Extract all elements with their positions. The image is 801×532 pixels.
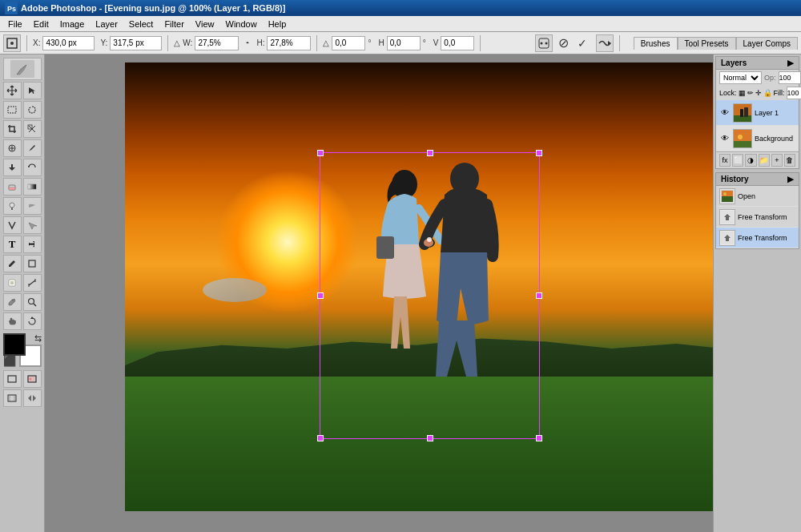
layers-menu-btn[interactable]: ▶	[787, 58, 794, 67]
history-panel: History ▶ Open	[715, 172, 799, 249]
history-snapshot-row[interactable]: Open	[716, 186, 799, 207]
path-select-btn[interactable]	[3, 216, 22, 234]
layer1-visibility-btn[interactable]: 👁	[719, 107, 731, 119]
menu-edit[interactable]: Edit	[29, 18, 54, 30]
angle1-input[interactable]	[332, 36, 365, 50]
swap-colors-btn[interactable]: ⇆	[34, 333, 42, 344]
brush-btn[interactable]	[23, 139, 42, 157]
lock-paint-btn[interactable]: ✏	[747, 89, 754, 97]
add-mask-btn[interactable]: ⬜	[732, 154, 743, 167]
direct-select-btn[interactable]	[23, 216, 42, 234]
fill-label: Fill:	[774, 89, 785, 97]
adjustment-layer-btn[interactable]: ◑	[745, 154, 756, 167]
type-btn[interactable]: T	[3, 236, 22, 253]
history-menu-btn[interactable]: ▶	[787, 175, 794, 183]
zoom-out-btn[interactable]	[23, 389, 42, 407]
svg-rect-21	[9, 280, 15, 286]
menu-layer[interactable]: Layer	[91, 18, 123, 30]
move-tool-btn[interactable]	[3, 82, 22, 99]
layer-styles-btn[interactable]: fx	[719, 154, 731, 167]
vertical-type-btn[interactable]: T	[23, 236, 42, 253]
measure-btn[interactable]	[23, 274, 42, 292]
svg-point-5	[540, 42, 542, 44]
hand-btn[interactable]	[3, 312, 22, 330]
bg-layer-visibility-btn[interactable]: 👁	[719, 133, 731, 144]
background-layer-row[interactable]: 👁 Background	[716, 126, 799, 151]
crop-tool-btn[interactable]	[3, 120, 22, 138]
lasso-btn[interactable]	[23, 101, 42, 119]
warp-btn[interactable]	[596, 34, 614, 52]
rotate-view-btn[interactable]	[23, 312, 42, 330]
layer-1-row[interactable]: 👁 Layer 1	[716, 100, 799, 126]
menu-help[interactable]: Help	[264, 18, 292, 30]
commit-transform-btn[interactable]: ✓	[574, 37, 590, 50]
fg-color-swatch[interactable]	[3, 333, 26, 356]
history-brush-btn[interactable]	[23, 159, 42, 176]
options-bar: X: Y: △ W: H: △ ° H ° V ⊘ ✓	[0, 32, 801, 54]
svg-text:Ps: Ps	[7, 5, 16, 13]
angle3-input[interactable]	[441, 36, 474, 50]
transform-mode-btn[interactable]	[3, 34, 21, 52]
y-input[interactable]	[110, 36, 162, 50]
title-bar: Ps Adobe Photoshop - [Evening sun.jpg @ …	[0, 0, 801, 16]
rect-marquee-btn[interactable]	[3, 101, 22, 119]
zoom-btn[interactable]	[23, 293, 42, 311]
clone-stamp-btn[interactable]	[3, 159, 22, 176]
history-action-2-row[interactable]: Free Transform	[716, 228, 799, 248]
angle2-input[interactable]	[387, 36, 421, 50]
history-action-1-row[interactable]: Free Transform	[716, 207, 799, 228]
menu-window[interactable]: Window	[221, 18, 262, 30]
canvas-image[interactable]	[125, 62, 713, 511]
opacity-input[interactable]	[779, 71, 801, 84]
screen-mode-btn[interactable]	[3, 389, 22, 407]
color-swatches: ⬛ ⇆	[3, 333, 42, 367]
interpolation-btn[interactable]	[535, 34, 553, 52]
fill-input[interactable]	[787, 87, 801, 99]
heal-btn[interactable]	[3, 139, 22, 157]
history-open-label: Open	[738, 192, 755, 200]
h-input[interactable]	[267, 36, 311, 50]
menu-file[interactable]: File	[3, 18, 27, 30]
history-action2-icon	[719, 230, 735, 246]
transform-mode-group	[3, 34, 21, 52]
menu-view[interactable]: View	[191, 18, 219, 30]
notes-btn[interactable]	[3, 274, 22, 292]
bg-layer-thumbnail	[733, 129, 752, 148]
lock-move-btn[interactable]: ✛	[755, 89, 762, 97]
standard-mode-btn[interactable]	[3, 370, 22, 388]
tool-presets-tab[interactable]: Tool Presets	[678, 37, 736, 50]
blend-mode-select[interactable]: Normal Multiply Screen	[719, 71, 762, 84]
shape-btn[interactable]	[23, 255, 42, 272]
menu-select[interactable]: Select	[124, 18, 159, 30]
default-colors-btn[interactable]: ⬛	[3, 355, 16, 367]
new-layer-btn[interactable]: +	[771, 154, 783, 167]
x-input[interactable]	[42, 36, 95, 50]
slice-btn[interactable]	[23, 120, 42, 138]
eraser-btn[interactable]	[3, 178, 22, 195]
title-text: Adobe Photoshop - [Evening sun.jpg @ 100…	[21, 3, 285, 13]
brushes-tab[interactable]: Brushes	[634, 37, 678, 50]
nav-tools	[3, 312, 42, 330]
arrow-tool-btn[interactable]	[23, 82, 42, 99]
sep4	[480, 35, 481, 51]
gradient-btn[interactable]	[23, 178, 42, 195]
delete-layer-btn[interactable]: 🗑	[784, 154, 795, 167]
dodge-btn[interactable]	[3, 197, 22, 215]
pen-btn[interactable]	[3, 255, 22, 272]
smudge-btn[interactable]	[23, 197, 42, 215]
quick-mask-btn[interactable]	[23, 370, 42, 388]
position-group: X: Y:	[33, 36, 162, 50]
eyedropper-btn[interactable]	[3, 293, 22, 311]
group-layers-btn[interactable]: 📁	[759, 154, 770, 167]
lock-all-btn[interactable]: 🔒	[763, 89, 772, 97]
cancel-transform-btn[interactable]: ⊘	[555, 35, 572, 50]
history-title: History	[721, 175, 748, 183]
h2-label: H	[378, 38, 384, 47]
lock-transparent-btn[interactable]: ▦	[739, 89, 746, 97]
menu-filter[interactable]: Filter	[159, 18, 188, 30]
link-btn[interactable]	[241, 36, 254, 50]
right-panel: Layers ▶ Normal Multiply Screen Op: % Lo…	[713, 54, 801, 532]
menu-image[interactable]: Image	[55, 18, 90, 30]
w-input[interactable]	[195, 36, 239, 50]
layer-comps-tab[interactable]: Layer Comps	[736, 37, 798, 50]
